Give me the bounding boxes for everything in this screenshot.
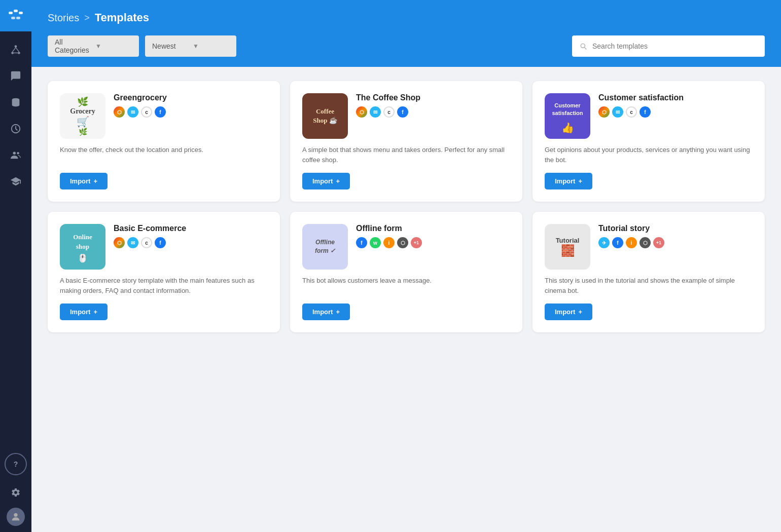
user-avatar[interactable] <box>7 508 25 526</box>
card-description-offline-form: This bot allows customers leave a messag… <box>302 276 510 295</box>
badge-c: c <box>383 106 395 118</box>
card-badges-tutorial-story: ✈ f i ⬡ +1 <box>598 237 753 248</box>
svg-rect-1 <box>14 10 18 12</box>
templates-grid: 🌿 Grocery 🛒 🌿 Greengrocery ⬡ ✉ c f <box>48 81 765 332</box>
badge-orange: i <box>626 237 637 248</box>
main-content: Stories > Templates All Categories ▼ New… <box>31 0 781 532</box>
sidebar-item-clock[interactable] <box>5 118 27 140</box>
sort-filter[interactable]: Newest ▼ <box>145 35 236 57</box>
template-card-customer-satisfaction: Customersatisfaction 👍 Customer satisfac… <box>532 81 765 202</box>
import-button-customer-satisfaction[interactable]: Import + <box>545 173 592 189</box>
badge-c: c <box>141 237 152 248</box>
templates-content: 🌿 Grocery 🛒 🌿 Greengrocery ⬡ ✉ c f <box>31 67 781 532</box>
svg-rect-2 <box>19 12 23 14</box>
svg-rect-3 <box>11 17 15 19</box>
sidebar-item-chat[interactable] <box>5 65 27 87</box>
badge-sms: ✉ <box>127 106 138 118</box>
help-button[interactable]: ? <box>5 453 27 475</box>
thumbnail-coffee-shop: CoffeeShop ☕ <box>302 93 348 139</box>
template-card-offline-form: Offlineform ✓ Offline form f w i ⬡ +1 Th… <box>290 212 522 332</box>
category-filter[interactable]: All Categories ▼ <box>48 35 139 57</box>
card-info-basic-ecommerce: Basic E-commerce ⬡ ✉ c f <box>114 224 268 252</box>
settings-button[interactable] <box>5 481 27 504</box>
svg-rect-0 <box>9 12 13 14</box>
card-top: Onlineshop 🖱️ Basic E-commerce ⬡ ✉ c f <box>60 224 268 270</box>
card-description-coffee-shop: A simple bot that shows menu and takes o… <box>302 145 510 165</box>
badge-multi: ⬡ <box>114 106 125 118</box>
badge-fb: f <box>356 237 367 248</box>
svg-point-5 <box>15 45 17 48</box>
badge-multi: ⬡ <box>397 237 408 248</box>
import-button-greengrocery[interactable]: Import + <box>60 173 108 189</box>
card-top: CoffeeShop ☕ The Coffee Shop ⬡ ✉ c f <box>302 93 510 139</box>
svg-point-15 <box>14 513 17 517</box>
svg-point-13 <box>13 152 16 155</box>
plus-icon: + <box>93 308 97 316</box>
plus-icon: + <box>578 308 582 316</box>
badge-plus1: +1 <box>653 237 664 248</box>
import-button-tutorial-story[interactable]: Import + <box>545 303 592 320</box>
sort-filter-label: Newest <box>152 42 189 50</box>
badge-tg: ✈ <box>598 237 610 248</box>
sidebar-item-network[interactable] <box>5 39 27 61</box>
import-button-basic-ecommerce[interactable]: Import + <box>60 303 108 320</box>
search-icon <box>579 42 587 50</box>
card-info-customer-satisfaction: Customer satisfaction ⬡ ✉ c f <box>598 93 753 122</box>
sidebar-item-people[interactable] <box>5 144 27 166</box>
badge-multi: ⬡ <box>114 237 125 248</box>
card-badges-coffee-shop: ⬡ ✉ c f <box>356 106 510 118</box>
badge-fb: f <box>155 237 166 248</box>
thumbnail-offline-form: Offlineform ✓ <box>302 224 348 270</box>
card-title-coffee-shop: The Coffee Shop <box>356 93 510 102</box>
card-info-offline-form: Offline form f w i ⬡ +1 <box>356 224 510 252</box>
search-box[interactable] <box>572 35 765 57</box>
card-top: Tutorial 🧱 Tutorial story ✈ f i ⬡ +1 <box>545 224 753 270</box>
card-top: Customersatisfaction 👍 Customer satisfac… <box>545 93 753 139</box>
thumbnail-tutorial-story: Tutorial 🧱 <box>545 224 590 270</box>
plus-icon: + <box>336 177 340 185</box>
card-top: 🌿 Grocery 🛒 🌿 Greengrocery ⬡ ✉ c f <box>60 93 268 139</box>
badge-c: c <box>141 106 152 118</box>
badge-multi: ⬡ <box>598 106 610 118</box>
category-chevron-icon: ▼ <box>95 43 132 50</box>
page-header: Stories > Templates <box>31 0 781 35</box>
sort-chevron-icon: ▼ <box>193 43 229 50</box>
badge-fb: f <box>612 237 623 248</box>
import-button-coffee-shop[interactable]: Import + <box>302 173 350 189</box>
sidebar-item-database[interactable] <box>5 91 27 113</box>
breadcrumb-parent[interactable]: Stories <box>48 12 79 24</box>
category-filter-label: All Categories <box>55 38 91 54</box>
badge-fb: f <box>155 106 166 118</box>
thumbnail-customer-satisfaction: Customersatisfaction 👍 <box>545 93 590 139</box>
badge-fb: f <box>640 106 651 118</box>
template-card-basic-ecommerce: Onlineshop 🖱️ Basic E-commerce ⬡ ✉ c f A… <box>48 212 280 332</box>
card-title-offline-form: Offline form <box>356 224 510 233</box>
card-description-customer-satisfaction: Get opinions about your products, servic… <box>545 145 753 165</box>
badge-plus1: +1 <box>411 237 422 248</box>
sidebar-item-education[interactable] <box>5 170 27 193</box>
template-card-coffee-shop: CoffeeShop ☕ The Coffee Shop ⬡ ✉ c f A s… <box>290 81 522 202</box>
filters-bar: All Categories ▼ Newest ▼ <box>31 35 781 67</box>
card-description-tutorial-story: This story is used in the tutorial and s… <box>545 276 753 295</box>
import-button-offline-form[interactable]: Import + <box>302 303 350 320</box>
sidebar: ? <box>0 0 31 532</box>
badge-sms: ✉ <box>370 106 381 118</box>
svg-line-8 <box>13 48 16 52</box>
card-description-greengrocery: Know the offer, check out the location a… <box>60 145 268 165</box>
card-title-tutorial-story: Tutorial story <box>598 224 753 233</box>
badge-fb: f <box>397 106 408 118</box>
badge-sms: ✉ <box>127 237 138 248</box>
card-description-basic-ecommerce: A basic E-commerce story template with t… <box>60 276 268 295</box>
card-info-coffee-shop: The Coffee Shop ⬡ ✉ c f <box>356 93 510 122</box>
search-input[interactable] <box>592 42 758 50</box>
badge-c: c <box>626 106 637 118</box>
page-title: Templates <box>95 11 149 24</box>
thumbnail-greengrocery: 🌿 Grocery 🛒 🌿 <box>60 93 105 139</box>
svg-rect-4 <box>16 17 20 19</box>
thumbnail-basic-ecommerce: Onlineshop 🖱️ <box>60 224 105 270</box>
badge-multi: ⬡ <box>356 106 367 118</box>
app-logo[interactable] <box>0 0 31 31</box>
badge-orange: i <box>383 237 395 248</box>
sidebar-bottom: ? <box>5 451 27 532</box>
card-badges-customer-satisfaction: ⬡ ✉ c f <box>598 106 753 118</box>
